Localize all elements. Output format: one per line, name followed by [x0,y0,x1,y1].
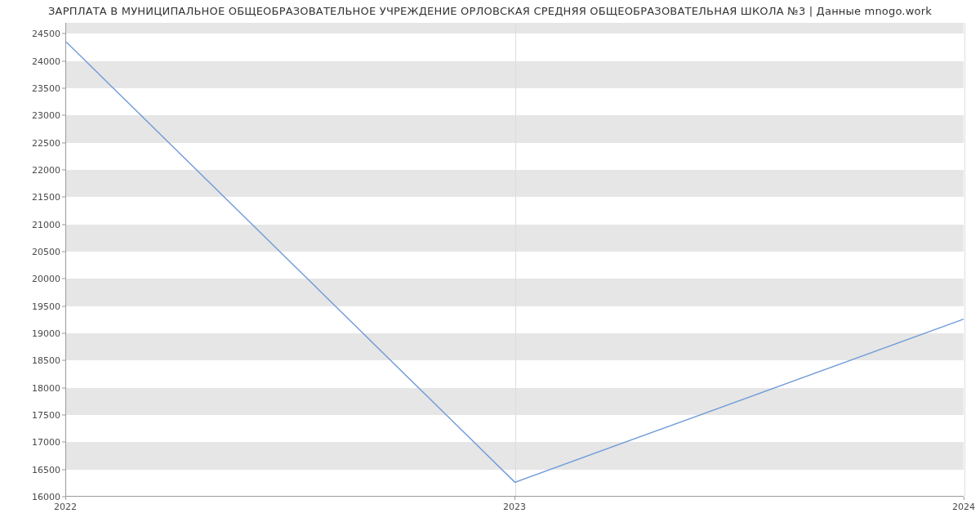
y-tick-mark [62,115,65,116]
y-tick-label: 16000 [11,492,60,502]
y-tick-label: 17500 [11,410,60,421]
chart-container: ЗАРПЛАТА В МУНИЦИПАЛЬНОЕ ОБЩЕОБРАЗОВАТЕЛ… [0,0,980,531]
y-tick-mark [62,387,65,388]
y-tick-label: 17000 [11,437,60,448]
y-tick-mark [62,442,65,443]
y-tick-label: 22500 [11,137,60,148]
y-tick-label: 21500 [11,192,60,203]
chart-title: ЗАРПЛАТА В МУНИЦИПАЛЬНОЕ ОБЩЕОБРАЗОВАТЕЛ… [0,5,980,17]
y-tick-mark [62,60,65,61]
y-tick-mark [62,360,65,361]
series-line [66,42,964,482]
y-tick-mark [62,197,65,198]
y-tick-mark [62,333,65,334]
x-tick-label: 2022 [54,502,77,512]
y-tick-label: 20500 [11,247,60,257]
y-tick-mark [62,142,65,143]
y-tick-label: 24000 [11,56,60,66]
plot-area [65,23,964,497]
y-tick-label: 16500 [11,464,60,475]
y-tick-label: 18500 [11,355,60,366]
y-tick-label: 19500 [11,301,60,311]
x-tick-mark [514,497,515,500]
y-tick-label: 23000 [11,110,60,121]
x-grid-line [964,23,965,496]
y-tick-mark [62,306,65,306]
x-tick-mark [65,497,66,500]
y-tick-label: 22000 [11,165,60,176]
y-tick-label: 24500 [11,29,60,39]
y-tick-mark [62,224,65,225]
y-tick-mark [62,469,65,470]
y-tick-mark [62,33,65,34]
y-tick-label: 21000 [11,219,60,230]
y-tick-mark [62,88,65,89]
y-tick-mark [62,279,65,279]
y-tick-label: 23500 [11,83,60,94]
x-tick-label: 2024 [952,502,975,512]
y-tick-mark [62,170,65,171]
x-tick-mark [964,497,964,500]
y-tick-mark [62,252,65,252]
x-tick-label: 2023 [503,502,526,512]
y-tick-label: 19000 [11,328,60,339]
line-series [66,23,964,496]
y-tick-label: 20000 [11,274,60,284]
y-tick-label: 18000 [11,382,60,393]
y-tick-mark [62,415,65,416]
